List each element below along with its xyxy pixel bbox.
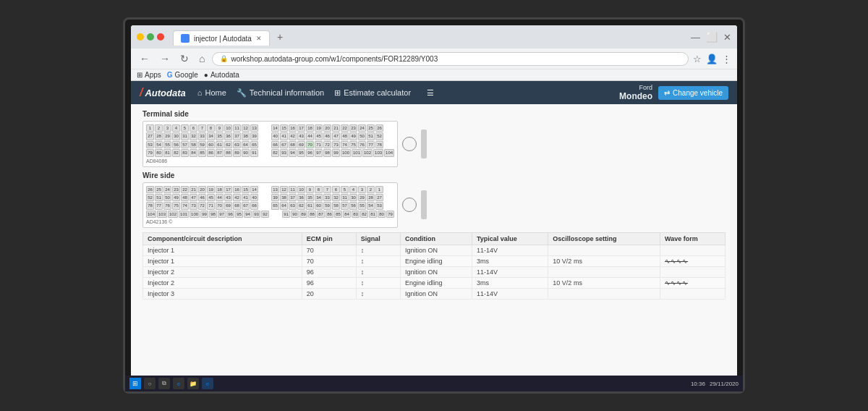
pin-3: 3	[163, 124, 171, 132]
cell-signal: ↕	[356, 267, 400, 278]
pin-74: 74	[341, 141, 349, 148]
cell-typical: 11-14V	[472, 267, 548, 278]
autodata-favicon: ●	[204, 71, 208, 79]
window-controls	[137, 33, 164, 41]
cell-ecm: 70	[302, 245, 356, 256]
cell-signal: ↕	[356, 256, 400, 267]
browser-chrome: injector | Autodata ✕ + — ⬜ ✕ ← → ↻ ⌂	[131, 25, 737, 81]
pin-42: 42	[289, 132, 297, 140]
table-body: Injector 170↕Ignition ON11-14VInjector 1…	[143, 245, 726, 300]
close-button[interactable]	[157, 33, 164, 41]
pin-81: 81	[163, 149, 171, 156]
pin-58: 58	[190, 141, 197, 148]
browser-window: injector | Autodata ✕ + — ⬜ ✕ ← → ↻ ⌂	[131, 25, 737, 386]
pin-44: 44	[306, 132, 314, 140]
pin-61: 61	[216, 141, 224, 148]
new-tab-button[interactable]: +	[271, 28, 289, 46]
terminal-pin-row-4: 79 80 81 82 83 84 85 86 87 88 89	[146, 149, 394, 156]
maximize-button[interactable]	[147, 33, 154, 41]
table-row: Injector 296↕Engine idling3ms10 V/2 ms∿∿…	[143, 278, 726, 289]
tab-bar: injector | Autodata ✕ +	[167, 28, 294, 46]
security-icon: 🔒	[220, 55, 228, 62]
taskbar-file-explorer[interactable]: 📁	[187, 378, 199, 386]
pin-64: 64	[242, 141, 250, 148]
main-content: Terminal side 1 2 3 4 5 6	[131, 104, 737, 386]
pin-gap4	[259, 149, 271, 156]
pin-84: 84	[190, 149, 197, 156]
bookmark-button[interactable]: ☆	[693, 54, 702, 64]
hamburger-icon: ☰	[427, 88, 434, 98]
menu-button[interactable]: ⋮	[722, 54, 731, 64]
home-nav-button[interactable]: ⌂	[196, 51, 208, 66]
taskbar-edge[interactable]: e	[173, 378, 184, 386]
nav-menu-icon[interactable]: ☰	[427, 88, 434, 98]
cell-condition: Ignition ON	[401, 267, 472, 278]
nav-home[interactable]: ⌂ Home	[197, 88, 226, 97]
bookmark-google[interactable]: G Google	[167, 71, 198, 79]
pin-46: 46	[323, 132, 331, 140]
pin-12: 12	[242, 124, 250, 132]
profile-button[interactable]: 👤	[706, 54, 718, 64]
page-content: / Autodata ⌂ Home 🔧 Technical informatio…	[131, 81, 737, 386]
close-window-button[interactable]: ✕	[723, 32, 731, 43]
pin-36: 36	[224, 132, 232, 140]
cell-ecm: 96	[302, 267, 356, 278]
taskbar: ⊞ ○ ⧉ e 📁 e 10:36 29/11/2020	[131, 376, 737, 386]
cell-ecm: 96	[302, 278, 356, 289]
cell-ecm: 20	[302, 289, 356, 300]
active-tab[interactable]: injector | Autodata ✕	[173, 30, 270, 46]
taskbar-search[interactable]: ○	[144, 378, 156, 386]
pin-96: 96	[306, 149, 314, 156]
col-header-oscilloscope: Oscilloscope setting	[548, 233, 660, 245]
minimize-window-button[interactable]: —	[691, 32, 700, 43]
wire-pin-row-3: 78 77 76 75 74 73 72 71 70 69 68	[146, 202, 394, 209]
cell-component: Injector 1	[143, 245, 302, 256]
start-button[interactable]: ⊞	[131, 378, 141, 386]
bookmark-apps[interactable]: ⊞ Apps	[137, 71, 161, 79]
back-button[interactable]: ←	[137, 51, 153, 66]
pin-16: 16	[289, 124, 297, 132]
pin-99: 99	[332, 149, 340, 156]
minimize-button[interactable]	[137, 33, 144, 41]
data-table: Component/circuit description ECM pin Si…	[142, 232, 726, 300]
pin-67: 67	[280, 141, 288, 148]
col-header-signal: Signal	[356, 233, 400, 245]
connector-id-1: AD84086	[146, 158, 394, 164]
terminal-pins-grid: 1 2 3 4 5 6 7 8 9 10 11	[146, 124, 394, 157]
taskbar-task-view[interactable]: ⧉	[158, 378, 170, 386]
logo-text: Autodata	[145, 88, 185, 98]
pin-70: 70	[306, 141, 314, 148]
cell-component: Injector 2	[143, 278, 302, 289]
nav-tech-info[interactable]: 🔧 Technical information	[237, 88, 324, 98]
taskbar-date: 29/11/2020	[710, 381, 737, 386]
nav-estimate[interactable]: ⊞ Estimate calculator	[334, 88, 411, 98]
pin-52: 52	[375, 132, 383, 140]
col-header-typical: Typical value	[472, 233, 548, 245]
taskbar-edge-2[interactable]: e	[202, 378, 213, 386]
restore-window-button[interactable]: ⬜	[706, 32, 718, 43]
pin-87: 87	[216, 149, 224, 156]
pin-63: 63	[233, 141, 241, 148]
nav-right: Ford Mondeo ⇄ Change vehicle	[619, 84, 728, 101]
pin-100: 100	[341, 149, 351, 156]
change-vehicle-button[interactable]: ⇄ Change vehicle	[658, 86, 728, 100]
pin-77: 77	[367, 141, 375, 148]
pin-92: 82	[271, 149, 279, 156]
pin-14: 14	[271, 124, 279, 132]
forward-button[interactable]: →	[157, 51, 173, 66]
cell-component: Injector 2	[143, 267, 302, 278]
pin-11: 11	[233, 124, 241, 132]
pin-56: 56	[172, 141, 180, 148]
pin-73: 73	[332, 141, 340, 148]
wire-connector-wrapper: 26 25 24 23 22 21 20 19 18 17 16	[142, 182, 398, 229]
tab-close-button[interactable]: ✕	[256, 35, 262, 42]
cell-waveform	[660, 267, 726, 278]
bookmark-autodata[interactable]: ● Autodata	[204, 71, 239, 79]
pin-97: 97	[315, 149, 323, 156]
refresh-button[interactable]: ↻	[177, 51, 192, 66]
col-header-waveform: Wave form	[660, 233, 726, 245]
cell-signal: ↕	[356, 278, 400, 289]
address-bar[interactable]: 🔒 workshop.autodata-group.com/w1/compone…	[212, 52, 689, 66]
pin-91: 91	[250, 149, 258, 156]
pin-57: 57	[181, 141, 189, 148]
